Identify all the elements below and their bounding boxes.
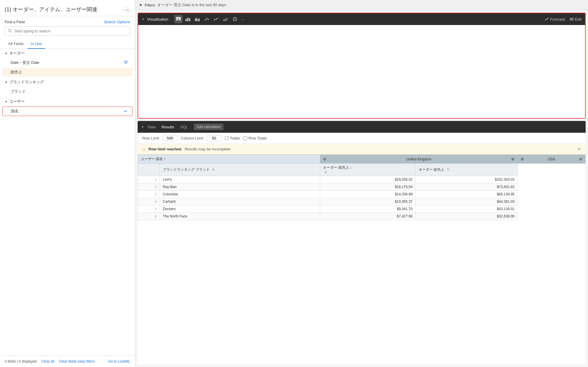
data-label[interactable]: Data bbox=[145, 125, 158, 129]
uk-label: United Kingdom bbox=[406, 157, 431, 161]
results-tab[interactable]: Results bbox=[159, 125, 176, 129]
gear-usa-icon2[interactable]: ⚙ bbox=[579, 157, 582, 161]
viz-time-icon-btn[interactable] bbox=[231, 15, 239, 23]
row-uk-sales: $9,341.70 bbox=[320, 205, 416, 213]
row-usa-sales: $66,139.95 bbox=[416, 191, 518, 198]
fields-list: ▼ オーダー Date・受注 Date 総売上 ▼ bbox=[0, 49, 135, 356]
row-brand: Columbia bbox=[160, 191, 320, 198]
edit-button[interactable]: Edit bbox=[570, 17, 582, 21]
gear-usa-icon[interactable]: ⚙ bbox=[521, 157, 524, 161]
forecast-button[interactable]: Forecast bbox=[545, 17, 565, 21]
filter-expand-icon[interactable] bbox=[140, 4, 142, 6]
row-num: 2 bbox=[138, 183, 160, 191]
table-body: 1 Levi's $29,535.52 $152,343.03 2 Ray-Ba… bbox=[138, 176, 586, 220]
field-group-order-header[interactable]: ▼ オーダー bbox=[0, 49, 135, 58]
uk-sales-gear-icon[interactable]: ⚙ bbox=[324, 170, 327, 174]
row-limit-input[interactable] bbox=[163, 135, 177, 141]
chevron-brand-icon: ▼ bbox=[5, 81, 8, 84]
search-options-link[interactable]: Search Options bbox=[104, 20, 130, 24]
col-brand-header: ブランドランキング ブランド ⚙ bbox=[160, 164, 320, 176]
data-chevron-icon[interactable]: ▼ bbox=[141, 125, 144, 129]
col-uk-sales-header: オーダー 総売上 ↓ ⚙ bbox=[320, 164, 416, 176]
viz-table-icon-btn[interactable] bbox=[174, 15, 183, 23]
row-totals-label: Row Totals bbox=[248, 136, 267, 140]
tab-all-fields[interactable]: All Fields bbox=[5, 39, 27, 49]
filter-text: オーダー 受注 Date is in the last 90 days bbox=[157, 2, 226, 8]
search-box bbox=[5, 26, 130, 36]
field-item-country[interactable]: 国名 ↵ bbox=[2, 107, 133, 116]
user-country-label: ユーザー 国名 › bbox=[141, 157, 165, 162]
row-num: 3 bbox=[138, 191, 160, 198]
row-brand: The North Face bbox=[160, 213, 320, 220]
table-row: 3 Columbia $14,336.99 $66,139.95 bbox=[138, 191, 586, 198]
viz-icons: ··· bbox=[174, 15, 542, 23]
add-calculation-button[interactable]: Add calculation bbox=[194, 124, 223, 130]
chevron-order-icon: ▼ bbox=[5, 52, 8, 55]
sql-tab[interactable]: SQL bbox=[178, 125, 190, 129]
tab-in-use[interactable]: In Use bbox=[27, 39, 46, 49]
go-to-lookml-link[interactable]: Go to LookML bbox=[108, 359, 130, 363]
filter-icon bbox=[124, 60, 128, 65]
row-num: 1 bbox=[138, 176, 160, 183]
back-icon[interactable]: ◁ bbox=[123, 6, 130, 14]
svg-rect-5 bbox=[176, 17, 181, 18]
viz-line-icon-btn[interactable] bbox=[212, 15, 220, 23]
sidebar-header: (1) オーダー、アイテム、ユーザー関連 ◁ bbox=[0, 0, 135, 16]
warning-close-icon[interactable]: ✕ bbox=[577, 146, 581, 152]
svg-point-19 bbox=[208, 19, 209, 20]
row-num: 4 bbox=[138, 198, 160, 205]
row-totals-checkbox-row[interactable]: Row Totals bbox=[243, 136, 267, 140]
svg-rect-14 bbox=[196, 18, 197, 21]
col-limit-label: Column Limit bbox=[181, 136, 203, 140]
sidebar: (1) オーダー、アイテム、ユーザー関連 ◁ Find a Field Sear… bbox=[0, 0, 135, 367]
edit-label: Edit bbox=[575, 17, 582, 21]
viz-grouped-bar-icon-btn[interactable] bbox=[193, 15, 201, 23]
field-brand-label: ブランド bbox=[11, 89, 26, 94]
clear-all-link[interactable]: Clear all bbox=[41, 359, 54, 363]
field-group-user-header[interactable]: ▼ ユーザー bbox=[0, 97, 135, 106]
field-item-date[interactable]: Date・受注 Date bbox=[2, 58, 133, 67]
warning-text: Results may be incomplete bbox=[185, 147, 230, 151]
search-input[interactable] bbox=[14, 29, 127, 33]
table-row: 2 Ray-Ban $16,175.54 $73,601.62 bbox=[138, 183, 586, 191]
svg-point-17 bbox=[205, 19, 206, 21]
brand-gear-icon[interactable]: ⚙ bbox=[212, 168, 215, 171]
row-uk-sales: $16,175.54 bbox=[320, 183, 416, 191]
col-limit-input[interactable] bbox=[207, 135, 221, 141]
warning-icon: ⚠ bbox=[142, 147, 146, 152]
sidebar-footer: 4 fields | 4 displayed Clear all Clear f… bbox=[0, 356, 135, 367]
viz-chevron-icon[interactable]: ▼ bbox=[142, 18, 145, 21]
svg-rect-13 bbox=[195, 19, 196, 21]
totals-label: Totals bbox=[230, 136, 240, 140]
forecast-label: Forecast bbox=[550, 17, 565, 21]
row-totals-checkbox[interactable] bbox=[243, 136, 247, 140]
viz-area-icon-btn[interactable] bbox=[221, 15, 230, 23]
row-usa-sales: $43,134.01 bbox=[416, 205, 518, 213]
col-rownum-header bbox=[138, 164, 160, 176]
viz-bar-icon-btn[interactable] bbox=[184, 15, 192, 23]
table-row: 1 Levi's $29,535.52 $152,343.03 bbox=[138, 176, 586, 183]
row-uk-sales: $29,535.52 bbox=[320, 176, 416, 183]
viz-scatter-icon-btn[interactable] bbox=[203, 15, 211, 23]
field-item-brand[interactable]: ブランド bbox=[2, 87, 133, 96]
totals-checkbox[interactable] bbox=[225, 136, 229, 140]
sidebar-title-row: (1) オーダー、アイテム、ユーザー関連 ◁ bbox=[5, 6, 130, 14]
row-usa-sales: $152,343.03 bbox=[416, 176, 518, 183]
viz-body bbox=[138, 25, 585, 118]
sidebar-title: (1) オーダー、アイテム、ユーザー関連 bbox=[5, 6, 121, 13]
viz-more-icon[interactable]: ··· bbox=[241, 17, 245, 21]
gear-uk-icon2[interactable]: ⚙ bbox=[511, 157, 514, 161]
field-group-brand-label: ブランドランキング bbox=[9, 79, 44, 85]
clear-fields-link[interactable]: Clear fields keep filters bbox=[59, 359, 95, 363]
gear-uk-icon[interactable]: ⚙ bbox=[323, 157, 326, 161]
totals-checkbox-row[interactable]: Totals bbox=[225, 136, 240, 140]
svg-rect-15 bbox=[198, 19, 198, 21]
results-table: ユーザー 国名 › ⚙ United Kingdom ⚙ bbox=[138, 155, 586, 220]
field-item-sales[interactable]: 総売上 bbox=[2, 68, 133, 77]
row-num: 5 bbox=[138, 205, 160, 213]
svg-line-1 bbox=[11, 31, 12, 33]
warning-bar: ⚠ Row limit reached. Results may be inco… bbox=[138, 144, 586, 155]
field-group-brand-header[interactable]: ▼ ブランドランキング bbox=[0, 78, 135, 87]
find-field-row: Find a Field Search Options bbox=[0, 16, 135, 26]
usa-sales-gear-icon[interactable]: ⚙ bbox=[447, 168, 450, 171]
